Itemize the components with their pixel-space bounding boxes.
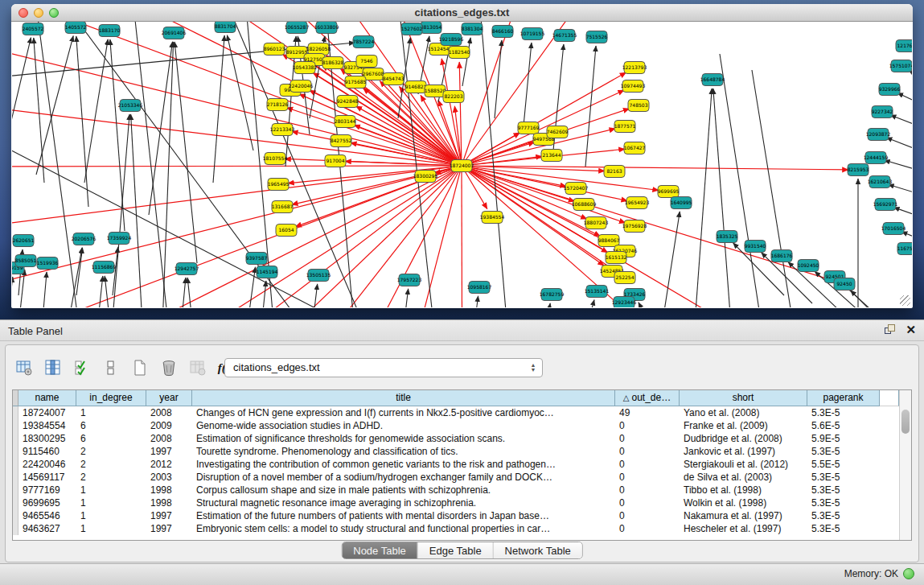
table-row[interactable]: 1938455462009Genome-wide association stu…	[13, 419, 899, 432]
column-header-pagerank[interactable]: pagerank	[807, 390, 880, 406]
graph-node[interactable]: 15751074	[889, 60, 912, 72]
citation-network-graph[interactable]: 1872400789601238912955182260589127502105…	[12, 22, 912, 307]
table-row[interactable]: 2242004622012Investigating the contribut…	[13, 458, 899, 471]
graph-node[interactable]: 2405572	[23, 23, 44, 35]
tab-network-table[interactable]: Network Table	[494, 542, 582, 558]
graph-node[interactable]: 1640995	[671, 197, 692, 209]
graph-node[interactable]: 1167533	[897, 243, 912, 255]
memory-status-indicator[interactable]	[903, 568, 914, 579]
graph-node[interactable]: 1686176	[771, 250, 793, 262]
graph-node[interactable]: 7462609	[547, 126, 569, 138]
scrollbar-thumb[interactable]	[901, 410, 910, 434]
graph-node[interactable]: 12942757	[175, 263, 199, 275]
graph-node[interactable]: 10655287	[285, 22, 310, 34]
graph-node[interactable]: 1527602	[401, 23, 423, 35]
column-header-name[interactable]: name	[18, 390, 76, 406]
table-row[interactable]: 969969511998Structural magnetic resonanc…	[13, 496, 899, 509]
table-row[interactable]: 946362711997Embryonic stem cells: a mode…	[13, 522, 899, 535]
graph-node[interactable]: 15720407	[564, 183, 589, 195]
graph-node[interactable]: 9146821	[405, 81, 427, 93]
table-source-select[interactable]: citations_edges.txt ▲▼	[224, 358, 543, 377]
graph-node[interactable]: 19384554	[480, 212, 505, 224]
graph-node[interactable]: 1877571	[614, 121, 636, 133]
graph-node[interactable]: 18807243	[584, 217, 609, 229]
graph-node[interactable]: 2620651	[13, 235, 35, 247]
graph-node[interactable]: 1615132	[606, 252, 627, 264]
delete-trash-button[interactable]	[158, 357, 179, 378]
column-header-in_degree[interactable]: in_degree	[76, 390, 146, 406]
network-canvas[interactable]: 1872400789601238912955182260589127502105…	[12, 22, 912, 307]
graph-node[interactable]: 7515526	[586, 31, 608, 43]
graph-node[interactable]: 9175685	[345, 76, 367, 89]
graph-node[interactable]: 11156869	[92, 262, 117, 274]
graph-node[interactable]: 1519936	[37, 257, 59, 270]
graph-node[interactable]: 12444159	[864, 152, 889, 164]
graph-node[interactable]: 22420046	[289, 80, 314, 93]
graph-node[interactable]: 18107554	[263, 153, 288, 165]
graph-node[interactable]: 19218596	[439, 34, 464, 46]
graph-node[interactable]: 9329966	[879, 84, 901, 96]
tab-edge-table[interactable]: Edge Table	[418, 542, 494, 558]
graph-node[interactable]: 8454743	[383, 73, 405, 85]
graph-node[interactable]: 15135141	[585, 286, 610, 298]
graph-node[interactable]: 213644	[541, 150, 562, 162]
graph-node[interactable]: 1092450	[798, 260, 819, 272]
graph-node[interactable]: 13505135	[306, 270, 331, 282]
graph-node[interactable]: 92450	[834, 278, 855, 290]
graph-node[interactable]: 15692971	[873, 199, 898, 211]
graph-node[interactable]: 8215953	[848, 164, 869, 176]
graph-node[interactable]: 8585051	[15, 255, 37, 267]
graph-node[interactable]: 17016504	[881, 223, 906, 235]
graph-node[interactable]: 16782759	[540, 289, 565, 301]
graph-node[interactable]: 9227342	[872, 106, 893, 118]
graph-node[interactable]: 1883170	[99, 25, 121, 37]
graph-node[interactable]: 9931540	[745, 241, 766, 253]
graph-node[interactable]: 9777169	[518, 122, 540, 134]
graph-node[interactable]: 16054	[276, 225, 297, 237]
graph-node[interactable]: 14671355	[552, 30, 577, 42]
table-row[interactable]: 911546021997Tourette syndrome. Phenomeno…	[13, 445, 899, 458]
graph-node[interactable]: 1405572	[65, 22, 87, 34]
graph-node[interactable]: 2803144	[335, 116, 356, 128]
graph-node[interactable]: 12213343	[270, 124, 295, 136]
graph-node[interactable]: 8813054	[421, 22, 442, 34]
graph-node[interactable]: 12923446	[612, 297, 637, 308]
table-options-button[interactable]	[14, 357, 35, 378]
graph-node[interactable]: 18300295	[413, 171, 438, 183]
new-column-button[interactable]	[129, 357, 150, 378]
graph-node[interactable]: 1067427	[624, 142, 646, 154]
table-row[interactable]: 946554611997Estimation of the future num…	[13, 509, 899, 522]
column-header-short[interactable]: short	[680, 390, 807, 406]
graph-node[interactable]: 1182540	[449, 47, 470, 59]
graph-node[interactable]: 16033809	[314, 22, 339, 34]
clear-selection-button[interactable]	[101, 357, 121, 378]
graph-node[interactable]: 917004	[325, 155, 346, 167]
graph-node[interactable]: 1316687	[272, 201, 294, 213]
column-header-out_de[interactable]: △out_de…	[615, 390, 680, 406]
graph-node[interactable]: 822203	[443, 91, 464, 103]
graph-node[interactable]: 16648784	[700, 74, 725, 86]
tab-node-table[interactable]: Node Table	[342, 542, 418, 558]
graph-node[interactable]: 8381304	[462, 23, 483, 35]
graph-node[interactable]: 8466160	[492, 26, 514, 38]
graph-node[interactable]: 20691406	[162, 27, 187, 39]
graph-node[interactable]: 7857224	[353, 36, 375, 48]
graph-node[interactable]: 1965495	[268, 179, 290, 191]
window-resize-grip[interactable]	[900, 295, 910, 306]
column-header-year[interactable]: year	[146, 390, 192, 406]
graph-node[interactable]: 16210643	[868, 176, 893, 188]
graph-node[interactable]: 20206576	[72, 233, 97, 245]
graph-node[interactable]: 1145194	[257, 266, 278, 278]
graph-node[interactable]: 8427552	[331, 135, 352, 147]
graph-node[interactable]: 748503	[628, 100, 649, 112]
graph-node[interactable]: 9397587	[246, 253, 268, 265]
graph-node[interactable]: 121763	[896, 40, 912, 52]
graph-node[interactable]: 8186328	[322, 57, 344, 69]
show-columns-button[interactable]	[43, 357, 64, 378]
graph-node[interactable]: 10958167	[467, 282, 492, 294]
graph-node[interactable]: 252254	[614, 272, 635, 284]
select-rows-button[interactable]	[72, 357, 92, 378]
graph-node[interactable]: 19654923	[625, 197, 650, 209]
graph-node[interactable]: 18724007	[450, 160, 474, 172]
graph-node[interactable]: 8960123	[264, 43, 285, 56]
